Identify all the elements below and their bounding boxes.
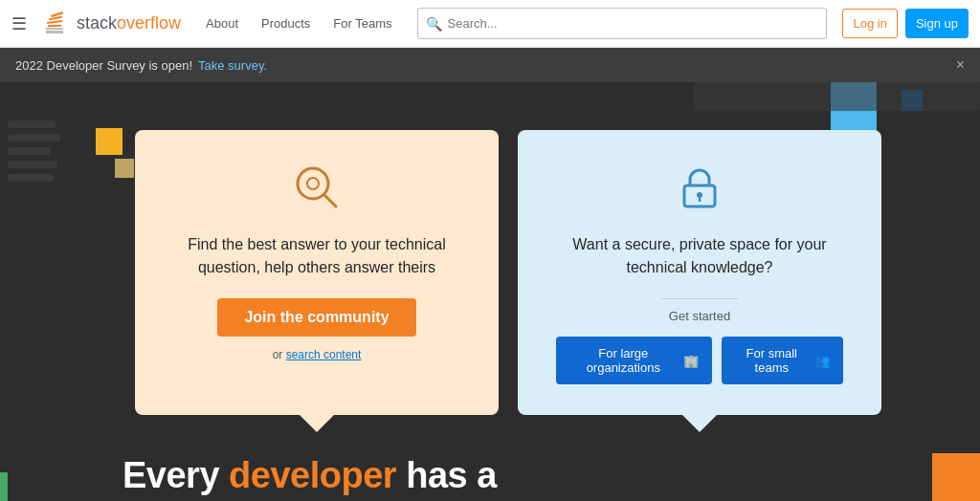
svg-line-7 — [324, 195, 336, 207]
logo[interactable]: stackoverflow — [42, 10, 181, 38]
sidebar-line — [8, 147, 51, 155]
bottom-text-every: Every — [122, 455, 219, 495]
nav-about[interactable]: About — [196, 11, 248, 36]
teams-card: Want a secure, private space for your te… — [518, 130, 881, 415]
divider — [661, 298, 738, 299]
community-card-text: Find the best answer to your technical q… — [173, 233, 460, 279]
nav-links: About Products For Teams — [196, 11, 401, 36]
svg-point-10 — [697, 192, 702, 198]
navbar: ☰ stackoverflow About Products For Teams… — [0, 0, 980, 48]
or-search-text: or search content — [273, 348, 362, 361]
large-org-button[interactable]: For large organizations 🏢 — [556, 337, 712, 384]
sidebar-line — [8, 120, 56, 128]
nav-for-teams[interactable]: For Teams — [323, 11, 401, 36]
signup-button[interactable]: Sign up — [905, 9, 969, 38]
sidebar-decoration — [0, 82, 65, 501]
people-icon: 👥 — [814, 354, 830, 368]
svg-rect-4 — [49, 15, 62, 20]
login-button[interactable]: Log in — [842, 9, 897, 38]
svg-rect-3 — [47, 20, 62, 24]
join-community-button[interactable]: Join the community — [217, 298, 415, 337]
bottom-text-developer: developer — [229, 455, 396, 495]
stackoverflow-logo-icon — [42, 10, 71, 38]
community-card: Find the best answer to your technical q… — [135, 130, 499, 415]
banner-text: 2022 Developer Survey is open! — [15, 58, 192, 73]
logo-text: stackoverflow — [77, 13, 181, 33]
svg-rect-0 — [46, 31, 63, 33]
search-bar: 🔍 — [417, 8, 828, 39]
sidebar-line — [8, 174, 54, 182]
orange-square-decoration — [932, 453, 980, 501]
team-buttons: For large organizations 🏢 For small team… — [556, 337, 843, 384]
bottom-text-has-a: has a — [406, 455, 497, 495]
announcement-banner: 2022 Developer Survey is open! Take surv… — [0, 48, 980, 82]
main-area: Find the best answer to your technical q… — [0, 82, 980, 501]
banner-close-button[interactable]: × — [956, 56, 965, 74]
bottom-headline: Every developer has a — [65, 455, 923, 496]
sidebar-line — [8, 161, 57, 168]
search-icon: 🔍 — [426, 16, 442, 32]
nav-products[interactable]: Products — [252, 11, 320, 36]
search-input[interactable] — [448, 16, 819, 31]
banner-link[interactable]: Take survey. — [198, 58, 267, 73]
lock-icon-card — [673, 161, 726, 218]
top-bar-decoration — [693, 82, 980, 111]
svg-rect-2 — [48, 24, 61, 27]
small-teams-button[interactable]: For small teams 👥 — [722, 337, 843, 384]
green-bar-decoration — [0, 472, 8, 501]
cards-row: Find the best answer to your technical q… — [65, 130, 951, 415]
building-icon: 🏢 — [683, 354, 699, 368]
nav-buttons: Log in Sign up — [842, 9, 969, 38]
get-started-label: Get started — [669, 309, 730, 323]
search-content-link[interactable]: search content — [286, 348, 362, 361]
svg-rect-1 — [46, 28, 63, 30]
search-icon-card — [290, 161, 344, 218]
teams-card-text: Want a secure, private space for your te… — [556, 233, 843, 279]
hamburger-icon[interactable]: ☰ — [11, 13, 27, 34]
sidebar-line — [8, 134, 60, 142]
svg-point-8 — [307, 178, 319, 189]
